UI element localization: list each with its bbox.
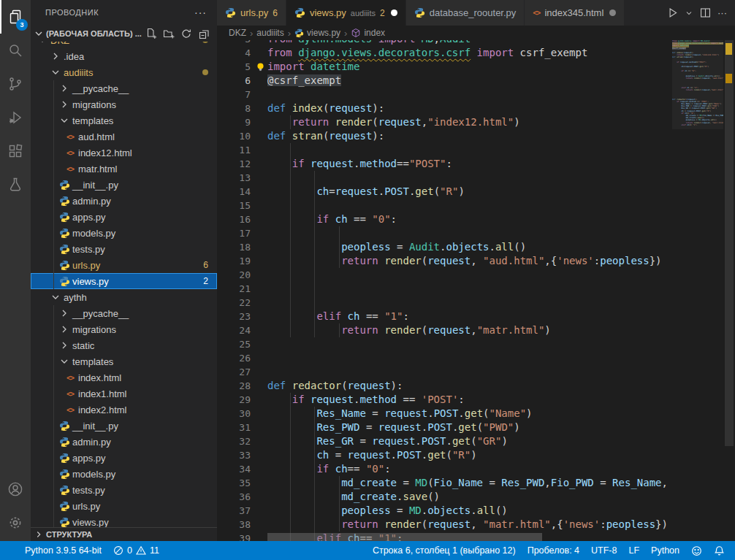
tree-item-index1.html[interactable]: <>index1.html <box>31 386 217 402</box>
search-icon[interactable] <box>0 34 31 67</box>
explorer-more-actions-icon[interactable]: ··· <box>194 0 207 26</box>
code-line-20[interactable]: 20 <box>217 268 672 282</box>
code-line-8[interactable]: 8def index(request): <box>217 101 672 115</box>
explorer-icon[interactable]: 3 <box>0 0 31 34</box>
workspace-section-header[interactable]: (РАБОЧАЯ ОБЛАСТЬ) ... <box>31 26 217 42</box>
unsaved-dot-icon[interactable] <box>609 9 616 16</box>
tab-views-py[interactable]: views.py audiiits 2 <box>286 0 406 26</box>
refresh-icon[interactable] <box>180 28 192 39</box>
code-line-13[interactable]: 13 <box>217 171 672 185</box>
code-line-17[interactable]: 17 <box>217 226 672 240</box>
collapse-folders-icon[interactable] <box>198 28 210 39</box>
problems-status[interactable]: 0 11 <box>107 541 165 560</box>
tree-item-tests.py[interactable]: tests.py <box>31 241 217 257</box>
python-interpreter-status[interactable]: Python 3.9.5 64-bit <box>19 541 107 560</box>
tree-item-audiiits[interactable]: audiiits <box>31 64 217 80</box>
tree-item-views.py[interactable]: views.py <box>31 514 217 527</box>
code-line-12[interactable]: 12 if request.method=="POST": <box>217 157 672 171</box>
encoding-status[interactable]: UTF-8 <box>585 541 622 560</box>
extensions-icon[interactable] <box>0 134 31 168</box>
code-line-21[interactable]: 21 <box>217 282 672 296</box>
new-folder-icon[interactable] <box>163 28 175 39</box>
tree-item-index2.html[interactable]: <>index2.html <box>31 402 217 418</box>
tree-item-__pycache__[interactable]: __pycache__ <box>31 305 217 321</box>
tree-item-apps.py[interactable]: apps.py <box>31 450 217 466</box>
indentation-status[interactable]: Пробелов: 4 <box>522 541 585 560</box>
run-dropdown-chevron-icon[interactable] <box>682 7 696 20</box>
code-line-9[interactable]: 9 return render(request,"index12.html") <box>217 115 672 129</box>
code-line-14[interactable]: 14 ch=request.POST.get("R") <box>217 185 672 199</box>
code-line-18[interactable]: 18 peopless = Audit.objects.all() <box>217 240 672 254</box>
tree-item-admin.py[interactable]: admin.py <box>31 193 217 209</box>
unsaved-dot-icon[interactable] <box>391 9 397 16</box>
eol-status[interactable]: LF <box>622 541 645 560</box>
settings-gear-icon[interactable] <box>0 506 31 540</box>
breadcrumb-item[interactable]: views.py <box>294 28 340 38</box>
code-line-29[interactable]: 29 if request.method == 'POST': <box>217 393 672 407</box>
tree-item-templates[interactable]: templates <box>31 353 217 369</box>
tree-item-models.py[interactable]: models.py <box>31 466 217 482</box>
tree-item-apps.py[interactable]: apps.py <box>31 209 217 225</box>
code-line-6[interactable]: 6@csrf_exempt <box>217 74 672 88</box>
code-line-34[interactable]: 34 if ch== "0": <box>217 462 672 476</box>
tab-urls-py[interactable]: urls.py 6 <box>217 0 286 26</box>
code-line-23[interactable]: 23 elif ch == "1": <box>217 310 672 323</box>
tree-item-aythh[interactable]: aythh <box>31 289 217 305</box>
tree-item-tests.py[interactable]: tests.py <box>31 482 217 498</box>
new-file-icon[interactable] <box>145 28 157 39</box>
language-mode-status[interactable]: Python <box>645 541 685 560</box>
code-line-19[interactable]: 19 return render(request, "aud.html",{'n… <box>217 254 672 268</box>
vertical-scrollbar[interactable] <box>725 40 734 446</box>
code-line-38[interactable]: 38 return render(request, "matr.html",{'… <box>217 518 672 532</box>
lightbulb-icon[interactable] <box>256 62 265 72</box>
notifications-bell-icon[interactable] <box>708 541 731 560</box>
tree-item-templates[interactable]: templates <box>31 112 217 129</box>
tree-item-__init__.py[interactable]: __init__.py <box>31 418 217 434</box>
tree-item-__init__.py[interactable]: __init__.py <box>31 177 217 193</box>
tree-item-models.py[interactable]: models.py <box>31 225 217 241</box>
horizontal-scrollbar[interactable] <box>267 533 542 541</box>
code-line-27[interactable]: 27 <box>217 365 672 379</box>
minimap-viewport[interactable] <box>672 40 723 129</box>
code-line-5[interactable]: 5import datetime <box>217 60 672 74</box>
tree-item-views.py[interactable]: views.py2 <box>31 273 217 289</box>
code-editor[interactable]: 3from aythh.models import MD,Audit4from … <box>217 40 735 541</box>
tree-item-aud.html[interactable]: <>aud.html <box>31 129 217 145</box>
feedback-smiley-icon[interactable] <box>685 541 708 560</box>
tree-item-matr.html[interactable]: <>matr.html <box>31 161 217 177</box>
code-line-7[interactable]: 7 <box>217 88 672 101</box>
tree-item-migrations[interactable]: migrations <box>31 96 217 112</box>
code-line-16[interactable]: 16 if ch == "0": <box>217 212 672 226</box>
tree-item-__pycache__[interactable]: __pycache__ <box>31 80 217 96</box>
code-line-31[interactable]: 31 Res_PWD = request.POST.get("PWD") <box>217 421 672 434</box>
outline-section-header[interactable]: СТРУКТУРА <box>31 527 217 541</box>
run-debug-icon[interactable] <box>0 101 31 134</box>
run-file-icon[interactable] <box>664 4 681 21</box>
code-line-15[interactable]: 15 <box>217 199 672 212</box>
code-line-11[interactable]: 11 <box>217 143 672 157</box>
tree-item-urls.py[interactable]: urls.py <box>31 498 217 514</box>
tree-item-migrations[interactable]: migrations <box>31 321 217 337</box>
source-control-icon[interactable] <box>0 67 31 101</box>
tree-item-admin.py[interactable]: admin.py <box>31 434 217 450</box>
code-line-28[interactable]: 28def redactor(request): <box>217 379 672 393</box>
code-line-36[interactable]: 36 md_create.save() <box>217 490 672 504</box>
testing-icon[interactable] <box>0 168 31 202</box>
tree-item-.idea[interactable]: .idea <box>31 48 217 64</box>
tree-item-index12.html[interactable]: <>index12.html <box>31 145 217 161</box>
tree-item-DKZ[interactable]: DKZ <box>31 42 217 48</box>
more-actions-icon[interactable]: ··· <box>715 5 729 20</box>
minimap[interactable]: from aythh.models import MD,Auditfrom dj… <box>672 40 723 541</box>
code-line-37[interactable]: 37 peopless = MD.objects.all() <box>217 504 672 518</box>
tab-index345-html[interactable]: <> index345.html <box>525 0 625 26</box>
code-line-3[interactable]: 3from aythh.models import MD,Audit <box>217 40 672 46</box>
code-line-32[interactable]: 32 Res_GR = request.POST.get("GR") <box>217 434 672 448</box>
split-editor-icon[interactable] <box>697 4 714 21</box>
code-line-26[interactable]: 26 <box>217 351 672 365</box>
breadcrumb-item[interactable]: audiiits <box>256 28 283 38</box>
code-line-4[interactable]: 4from django.views.decorators.csrf impor… <box>217 46 672 60</box>
account-icon[interactable] <box>0 472 31 506</box>
code-line-30[interactable]: 30 Res_Name = request.POST.get("Name") <box>217 407 672 421</box>
tree-item-static[interactable]: static <box>31 337 217 353</box>
code-line-22[interactable]: 22 <box>217 296 672 310</box>
